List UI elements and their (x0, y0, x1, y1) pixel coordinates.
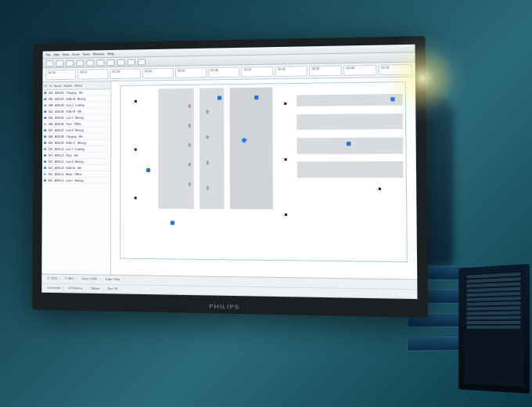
node-dot[interactable] (285, 158, 287, 160)
node-dot[interactable] (379, 188, 381, 190)
cell-station: Charging (66, 135, 76, 138)
cell-id: 009 (49, 141, 52, 144)
menu-view[interactable]: View (63, 52, 70, 56)
col-header[interactable]: Name (54, 84, 61, 87)
zoom-in-button[interactable] (96, 59, 104, 66)
node-dot[interactable] (285, 103, 287, 105)
cell-name: AGV-14 (55, 172, 63, 175)
vehicle-marker[interactable] (254, 95, 258, 99)
status-cell: 2 Alerts (88, 286, 102, 290)
cell-station: Line 2 (66, 179, 73, 182)
cell-status: Idle (77, 110, 81, 113)
menu-edit[interactable]: Edit (54, 52, 59, 56)
cell-status: Moving (77, 141, 85, 144)
status-led-icon (44, 92, 46, 94)
node-dot[interactable] (135, 197, 137, 200)
status-led-icon (44, 148, 46, 150)
cell-name: AGV-11 (55, 153, 63, 157)
play-button[interactable] (117, 59, 125, 65)
zone-d[interactable] (297, 93, 403, 106)
ribbon-chip[interactable]: G1 04 (142, 68, 174, 79)
cell-name: AGV-07 (55, 128, 63, 131)
main-area: IDStNameStationStatus 001AGV-01ChargingI… (41, 77, 417, 279)
save-button[interactable] (66, 59, 74, 66)
cell-id: 004 (49, 110, 52, 113)
cell-station: Line 4 (66, 160, 73, 163)
status-led-icon (44, 160, 46, 163)
monitor-bezel: FileEditViewZoneToolsWindowHelp G1 01G1 … (32, 36, 428, 318)
ribbon-chip[interactable]: G2 01 (275, 66, 307, 77)
node-dot[interactable] (135, 149, 137, 151)
status-led-icon (44, 123, 46, 125)
cell-status: Loading (75, 147, 84, 150)
cell-station: Line 1 (66, 103, 74, 106)
cell-station: Buffer C (66, 141, 75, 144)
vehicle-row[interactable]: 013AGV-13Buffer AIdle (42, 165, 110, 171)
cell-status: Idle (77, 166, 81, 169)
ribbon-chip[interactable]: G1 02 (77, 69, 108, 80)
vehicle-marker[interactable] (217, 95, 221, 99)
undo-button[interactable] (76, 59, 84, 66)
cell-name: AGV-09 (55, 141, 63, 144)
floorplan-canvas[interactable] (111, 77, 417, 279)
vehicle-row[interactable]: 011AGV-11DockIdle (42, 153, 110, 159)
cell-status: Idle (79, 91, 83, 94)
cell-id: 007 (49, 128, 52, 131)
col-header[interactable]: Status (74, 84, 82, 87)
ribbon-chip[interactable]: G1 01 (45, 70, 76, 81)
ribbon-chip[interactable]: G2 03 (343, 65, 376, 76)
background-laptop (458, 264, 530, 394)
vehicle-row[interactable]: 014AGV-14MaintOffline (42, 171, 110, 178)
vehicle-marker[interactable] (170, 221, 174, 225)
cell-id: 014 (49, 172, 52, 175)
status-led-icon (44, 142, 46, 144)
cell-name: AGV-12 (55, 160, 63, 163)
zone-c[interactable] (230, 87, 273, 209)
zone-e[interactable] (297, 113, 403, 130)
cell-station: Buffer A (66, 97, 75, 100)
node-dot[interactable] (285, 214, 287, 216)
ribbon-chip[interactable]: G1 07 (242, 67, 274, 77)
menu-zone[interactable]: Zone (72, 52, 79, 56)
col-header[interactable]: St (49, 85, 52, 88)
pause-button[interactable] (128, 59, 135, 65)
status-cell: Y: 88.2 (63, 277, 77, 280)
cell-station: Line 3 (66, 128, 74, 131)
vehicle-marker[interactable] (390, 98, 395, 102)
col-header[interactable]: Station (63, 84, 72, 87)
vehicle-marker[interactable] (347, 142, 350, 146)
ribbon-chip[interactable]: G1 03 (110, 68, 140, 79)
ribbon-chip[interactable]: G2 02 (309, 65, 342, 76)
monitor: FileEditViewZoneToolsWindowHelp G1 01G1 … (32, 36, 428, 318)
col-header[interactable]: ID (44, 85, 46, 88)
node-dot[interactable] (135, 100, 137, 103)
menu-help[interactable]: Help (107, 52, 113, 56)
cell-id: 011 (49, 153, 52, 157)
zoom-out-button[interactable] (106, 59, 114, 65)
ribbon-chip[interactable]: G2 04 (379, 64, 412, 75)
cell-id: 012 (49, 160, 52, 163)
status-led-icon (44, 135, 46, 138)
vehicle-marker[interactable] (146, 168, 150, 172)
open-button[interactable] (56, 60, 63, 67)
menu-tools[interactable]: Tools (82, 52, 89, 56)
zone-g[interactable] (297, 162, 404, 178)
vehicle-row[interactable]: 012AGV-12Line 4Moving (42, 159, 110, 165)
cell-name: AGV-03 (56, 103, 64, 106)
cell-status: Moving (75, 116, 83, 119)
cell-name: AGV-08 (55, 135, 63, 138)
status-led-icon (44, 179, 46, 182)
ribbon-chip[interactable]: G1 05 (175, 67, 207, 78)
ribbon-chip[interactable]: G1 06 (208, 67, 240, 77)
new-button[interactable] (45, 60, 53, 67)
zone-b[interactable] (200, 88, 224, 209)
menu-window[interactable]: Window (93, 52, 104, 56)
stop-button[interactable] (138, 59, 146, 65)
cell-station: Charging (66, 91, 77, 94)
vehicle-row[interactable]: 010AGV-10Line 1Loading (42, 146, 110, 153)
cell-id: 015 (49, 179, 52, 182)
vehicle-row[interactable]: 015AGV-15Line 2Moving (42, 178, 110, 184)
menu-file[interactable]: File (46, 52, 51, 56)
redo-button[interactable] (86, 59, 94, 66)
cell-station: Line 2 (66, 116, 74, 119)
